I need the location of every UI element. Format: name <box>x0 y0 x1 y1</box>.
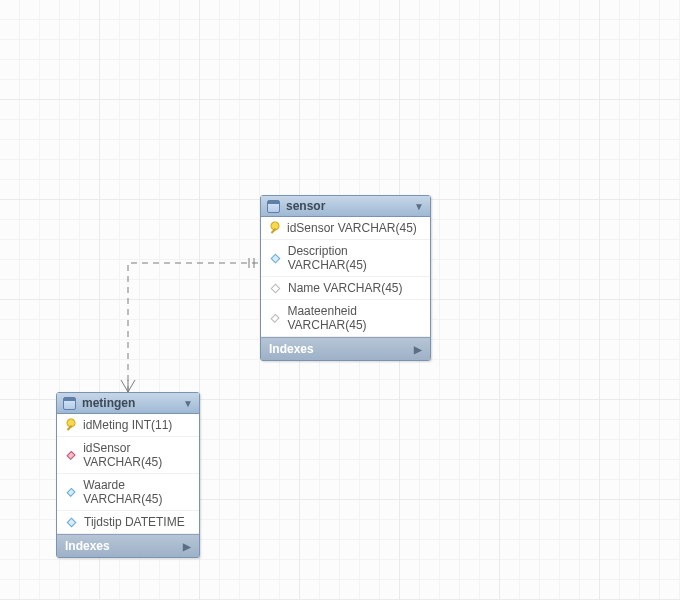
table-header-sensor[interactable]: sensor ▼ <box>261 196 430 217</box>
column-label: idSensor VARCHAR(45) <box>83 441 191 469</box>
column-row[interactable]: Waarde VARCHAR(45) <box>57 474 199 511</box>
column-row[interactable]: idMeting INT(11) <box>57 414 199 437</box>
table-title: sensor <box>286 199 414 213</box>
table-icon <box>267 200 280 213</box>
column-label: idSensor VARCHAR(45) <box>287 221 417 235</box>
diamond-icon <box>67 517 77 527</box>
column-row[interactable]: idSensor VARCHAR(45) <box>261 217 430 240</box>
table-title: metingen <box>82 396 183 410</box>
key-icon <box>267 220 284 237</box>
column-row[interactable]: idSensor VARCHAR(45) <box>57 437 199 474</box>
diamond-open-icon <box>270 313 280 323</box>
svg-line-0 <box>121 380 128 392</box>
table-header-metingen[interactable]: metingen ▼ <box>57 393 199 414</box>
indexes-label: Indexes <box>269 342 314 356</box>
table-icon <box>63 397 76 410</box>
indexes-footer[interactable]: Indexes▶ <box>57 534 199 557</box>
arrow-right-icon: ▶ <box>183 541 191 552</box>
collapse-icon[interactable]: ▼ <box>183 398 193 409</box>
column-row[interactable]: Tijdstip DATETIME <box>57 511 199 534</box>
table-sensor[interactable]: sensor ▼ idSensor VARCHAR(45) Descriptio… <box>260 195 431 361</box>
fk-diamond-icon <box>66 450 75 459</box>
arrow-right-icon: ▶ <box>414 344 422 355</box>
column-label: Tijdstip DATETIME <box>84 515 185 529</box>
key-icon <box>63 417 80 434</box>
svg-line-2 <box>128 380 135 392</box>
column-row[interactable]: Description VARCHAR(45) <box>261 240 430 277</box>
column-label: idMeting INT(11) <box>83 418 172 432</box>
collapse-icon[interactable]: ▼ <box>414 201 424 212</box>
column-label: Description VARCHAR(45) <box>288 244 422 272</box>
column-label: Name VARCHAR(45) <box>288 281 402 295</box>
diamond-icon <box>66 487 75 496</box>
diamond-open-icon <box>271 283 281 293</box>
diamond-icon <box>271 253 281 263</box>
column-row[interactable]: Name VARCHAR(45) <box>261 277 430 300</box>
indexes-label: Indexes <box>65 539 110 553</box>
indexes-footer[interactable]: Indexes▶ <box>261 337 430 360</box>
column-row[interactable]: Maateenheid VARCHAR(45) <box>261 300 430 337</box>
table-metingen[interactable]: metingen ▼ idMeting INT(11) idSensor VAR… <box>56 392 200 558</box>
column-label: Maateenheid VARCHAR(45) <box>287 304 422 332</box>
column-label: Waarde VARCHAR(45) <box>83 478 191 506</box>
